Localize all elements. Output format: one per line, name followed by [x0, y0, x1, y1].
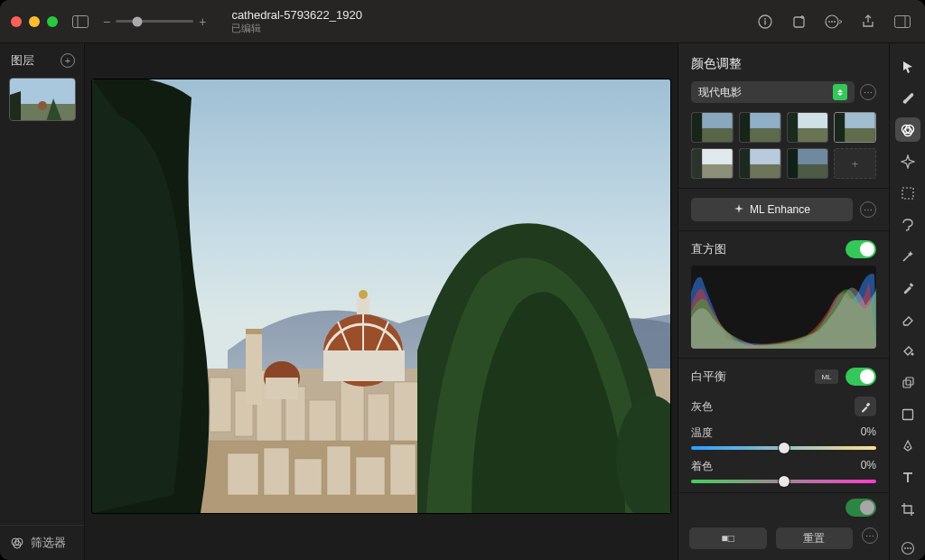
- shape-tool[interactable]: [895, 402, 920, 426]
- doc-status-label: 已编辑: [231, 23, 362, 34]
- preset-stepper[interactable]: [833, 84, 847, 100]
- svg-rect-70: [788, 149, 798, 178]
- fill-tool[interactable]: [895, 339, 920, 363]
- svg-point-84: [904, 547, 906, 549]
- preset-add-button[interactable]: +: [834, 148, 876, 179]
- add-layer-button[interactable]: +: [61, 53, 75, 68]
- eraser-tool[interactable]: [895, 307, 920, 331]
- canvas-area[interactable]: [85, 43, 677, 560]
- svg-rect-12: [895, 15, 911, 27]
- sidebar-toggle-button[interactable]: [69, 11, 92, 33]
- svg-rect-42: [323, 350, 405, 381]
- svg-rect-67: [740, 149, 750, 178]
- editor-body: 图层 + 筛选器: [0, 43, 925, 560]
- panel-more-button[interactable]: ⋯: [862, 527, 878, 544]
- close-window[interactable]: [11, 16, 22, 27]
- preset-select[interactable]: 现代电影: [691, 81, 855, 103]
- preset-thumb[interactable]: [787, 148, 829, 179]
- svg-point-75: [903, 127, 911, 135]
- new-doc-button[interactable]: [788, 11, 811, 33]
- gray-eyedropper-button[interactable]: [855, 397, 876, 416]
- tint-value: 0%: [861, 459, 876, 474]
- magic-wand-tool[interactable]: [895, 244, 920, 268]
- sparkle-icon: [733, 204, 744, 215]
- ml-enhance-button[interactable]: ML Enhance: [691, 198, 853, 221]
- preset-more-button[interactable]: ⋯: [860, 84, 876, 100]
- preset-thumb[interactable]: [739, 148, 781, 179]
- window-controls: [11, 16, 58, 27]
- zoom-out-icon[interactable]: −: [103, 14, 110, 29]
- filters-label: 筛选器: [31, 535, 66, 551]
- panel-footer: ■□ 重置 ⋯: [678, 520, 889, 556]
- clone-tool[interactable]: [895, 370, 920, 395]
- svg-rect-4: [764, 20, 765, 24]
- preset-thumb[interactable]: [739, 112, 781, 143]
- zoom-slider[interactable]: − +: [103, 14, 206, 29]
- reset-button[interactable]: 重置: [776, 527, 854, 549]
- svg-rect-80: [906, 378, 913, 385]
- paint-tool[interactable]: [895, 275, 920, 300]
- zoom-track[interactable]: [116, 20, 193, 23]
- svg-rect-44: [266, 378, 298, 399]
- svg-rect-29: [394, 382, 421, 447]
- fullscreen-window[interactable]: [47, 16, 58, 27]
- minimize-window[interactable]: [29, 16, 40, 27]
- filters-icon: [11, 537, 23, 549]
- layers-title: 图层: [11, 52, 34, 69]
- preset-thumb-selected[interactable]: [834, 112, 876, 143]
- svg-point-16: [38, 101, 47, 110]
- svg-point-78: [911, 352, 913, 355]
- svg-rect-38: [390, 444, 416, 495]
- more-button[interactable]: [822, 11, 846, 33]
- brush-tool[interactable]: [895, 86, 920, 110]
- svg-rect-72: [865, 402, 870, 406]
- preset-thumbnails: +: [691, 112, 876, 179]
- preset-name: 现代电影: [698, 85, 742, 100]
- svg-rect-33: [228, 453, 258, 495]
- right-sidebar-toggle-button[interactable]: [891, 11, 914, 33]
- svg-rect-27: [341, 378, 364, 445]
- adjust-color-tool[interactable]: [895, 117, 920, 142]
- temperature-slider[interactable]: 温度 0%: [691, 425, 876, 450]
- layers-header: 图层 +: [0, 43, 84, 74]
- ml-pill[interactable]: ML: [815, 369, 838, 384]
- preset-thumb[interactable]: [691, 112, 733, 143]
- info-button[interactable]: [753, 11, 777, 33]
- crop-tool[interactable]: [895, 497, 920, 521]
- svg-rect-64: [692, 149, 702, 178]
- svg-point-86: [910, 547, 911, 549]
- histogram-label: 直方图: [691, 241, 726, 257]
- filters-footer[interactable]: 筛选器: [0, 525, 84, 560]
- gray-point-label: 灰色: [691, 399, 713, 415]
- marquee-tool[interactable]: [895, 181, 920, 205]
- share-button[interactable]: [856, 11, 880, 33]
- white-balance-toggle[interactable]: [846, 368, 876, 386]
- svg-point-10: [831, 21, 833, 23]
- histogram-toggle[interactable]: [846, 240, 876, 258]
- text-tool[interactable]: [895, 465, 920, 490]
- preset-thumb[interactable]: [691, 148, 733, 179]
- pen-tool[interactable]: [895, 434, 920, 458]
- preset-thumb[interactable]: [787, 112, 829, 143]
- tint-slider[interactable]: 着色 0%: [691, 459, 876, 483]
- canvas-image: [92, 79, 670, 513]
- svg-rect-76: [902, 188, 913, 199]
- temperature-value: 0%: [861, 425, 876, 441]
- settings-more-button[interactable]: [895, 536, 920, 560]
- filename-label: cathedral-5793622_1920: [231, 8, 362, 23]
- svg-point-41: [359, 290, 368, 299]
- lasso-tool[interactable]: [895, 212, 920, 237]
- svg-rect-22: [210, 378, 231, 432]
- zoom-in-icon[interactable]: +: [199, 14, 206, 29]
- document-title: cathedral-5793622_1920 已编辑: [231, 8, 362, 34]
- svg-rect-61: [835, 113, 845, 142]
- white-balance-label: 白平衡: [691, 369, 726, 385]
- tool-strip: [889, 43, 925, 560]
- arrow-tool[interactable]: [895, 54, 920, 79]
- ml-more-button[interactable]: ⋯: [860, 201, 876, 218]
- split-compare-button[interactable]: ■□: [689, 527, 767, 549]
- histogram-graph: [691, 266, 876, 349]
- effects-tool[interactable]: [895, 149, 920, 173]
- layer-thumbnail[interactable]: [9, 78, 76, 121]
- next-toggle-peek[interactable]: [846, 499, 876, 517]
